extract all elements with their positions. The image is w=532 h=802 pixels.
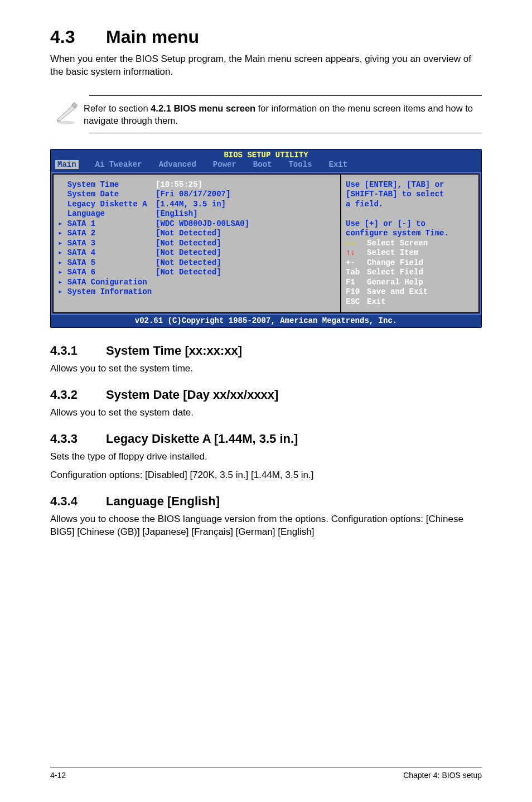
subsection-number: 4.3.1	[50, 344, 106, 358]
bios-row-label: System Date	[58, 190, 156, 200]
subsection-heading: 4.3.4Language [English]	[50, 494, 482, 509]
bios-row-label: Language	[58, 209, 156, 219]
bios-screenshot: BIOS SETUP UTILITY MainAi TweakerAdvance…	[50, 149, 482, 328]
bios-row-value: [English]	[156, 209, 336, 219]
section-number: 4.3	[50, 27, 106, 47]
bios-help-key: F1	[346, 278, 367, 288]
bios-row[interactable]: ▸ SATA 5[Not Detected]	[58, 258, 336, 268]
bios-help-key-desc: Exit	[367, 297, 386, 306]
subsection-heading: 4.3.2System Date [Day xx/xx/xxxx]	[50, 388, 482, 402]
bios-row-value: [WDC WD800JD-00LSA0]	[156, 219, 336, 229]
bios-help-key-desc: Select Screen	[367, 239, 428, 248]
bios-help-key-desc: Save and Exit	[367, 287, 428, 296]
subsection-title: Language [English]	[106, 494, 220, 508]
bios-row[interactable]: ▸ System Information	[58, 287, 336, 297]
subsection-heading: 4.3.1System Time [xx:xx:xx]	[50, 344, 482, 358]
intro-paragraph: When you enter the BIOS Setup program, t…	[50, 53, 482, 79]
subsection-text: Allows you to choose the BIOS language v…	[50, 513, 482, 539]
note-text: Refer to section 4.2.1 BIOS menu screen …	[84, 102, 482, 127]
bios-help-key: F10	[346, 287, 367, 297]
bios-row[interactable]: ▸ SATA 4[Not Detected]	[58, 248, 336, 258]
bios-row-label: ▸ SATA 5	[58, 258, 156, 268]
note-bold: 4.2.1 BIOS menu screen	[151, 103, 255, 113]
bios-help-key-row: F1General Help	[346, 278, 474, 288]
bios-title: BIOS SETUP UTILITY	[51, 149, 481, 161]
bios-row[interactable]: ▸ SATA Coniguration	[58, 278, 336, 288]
subsection-title: System Date [Day xx/xx/xxxx]	[106, 388, 278, 402]
bios-help-key-row: F10Save and Exit	[346, 287, 474, 297]
bios-row[interactable]: ▸ SATA 1[WDC WD800JD-00LSA0]	[58, 219, 336, 229]
bios-help-key: ESC	[346, 297, 367, 307]
bios-footer: v02.61 (C)Copyright 1985-2007, American …	[51, 315, 481, 327]
bios-row-value	[156, 287, 336, 297]
bios-row-label: ▸ SATA 4	[58, 248, 156, 258]
footer-left: 4-12	[50, 771, 66, 780]
subsection-text: Configuration options: [Disabled] [720K,…	[50, 469, 482, 482]
bios-row-value: [10:55:25]	[156, 180, 336, 190]
bios-help-key-desc: Select Field	[367, 268, 423, 277]
bios-help-key: +-	[346, 258, 367, 268]
subsection-text: Allows you to set the system time.	[50, 363, 482, 375]
subsection-title: System Time [xx:xx:xx]	[106, 344, 242, 357]
subsection-text: Sets the type of floppy drive installed.	[50, 451, 482, 463]
bios-row-label: System Time	[58, 180, 156, 190]
bios-row-label: ▸ SATA 1	[58, 219, 156, 229]
bios-menu-bar: MainAi TweakerAdvancedPowerBootToolsExit	[51, 160, 481, 172]
bios-row-value: [Not Detected]	[156, 268, 336, 278]
bios-menu-boot[interactable]: Boot	[253, 160, 272, 169]
bios-row-value: [Not Detected]	[156, 248, 336, 258]
bios-menu-power[interactable]: Power	[213, 160, 236, 169]
bios-row[interactable]: System Time[10:55:25]	[58, 180, 336, 190]
bios-help-line: Use [+] or [-] to	[346, 219, 474, 229]
bios-menu-main[interactable]: Main	[55, 160, 79, 169]
bios-menu-ai-tweaker[interactable]: Ai Tweaker	[95, 160, 142, 169]
bios-help-key-row: +-Change Field	[346, 258, 474, 268]
bios-help-line: [SHIFT-TAB] to select	[346, 190, 474, 200]
bios-row-value: [Not Detected]	[156, 258, 336, 268]
section-title: Main menu	[106, 27, 199, 47]
bios-help-line: a field.	[346, 200, 474, 210]
bios-row[interactable]: ▸ SATA 2[Not Detected]	[58, 229, 336, 239]
bios-row[interactable]: System Date[Fri 08/17/2007]	[58, 190, 336, 200]
note-block: Refer to section 4.2.1 BIOS menu screen …	[50, 90, 482, 139]
bios-row[interactable]: ▸ SATA 6[Not Detected]	[58, 268, 336, 278]
bios-help-line: configure system Time.	[346, 229, 474, 239]
bios-help-key: ←→	[346, 239, 367, 249]
bios-help-key: Tab	[346, 268, 367, 278]
bios-row-label: ▸ SATA Coniguration	[58, 278, 156, 288]
bios-menu-exit[interactable]: Exit	[328, 160, 347, 169]
bios-help-key-row: ESCExit	[346, 297, 474, 307]
bios-help-key-row: TabSelect Field	[346, 268, 474, 278]
note-divider-top	[89, 95, 482, 96]
bios-help-text: Use [ENTER], [TAB] or[SHIFT-TAB] to sele…	[346, 180, 474, 239]
bios-help-key-row: ←→Select Screen	[346, 239, 474, 249]
note-pre: Refer to section	[84, 103, 151, 113]
bios-help-keys: ←→Select Screen↑↓Select Item+-Change Fie…	[346, 239, 474, 307]
bios-help-key: ↑↓	[346, 248, 367, 258]
pencil-icon	[50, 102, 84, 127]
subsection-number: 4.3.2	[50, 388, 106, 402]
note-divider-bottom	[89, 133, 482, 133]
svg-point-0	[58, 121, 75, 124]
bios-row-label: ▸ SATA 3	[58, 239, 156, 249]
bios-row[interactable]: Legacy Diskette A[1.44M, 3.5 in]	[58, 200, 336, 210]
bios-help-key-desc: General Help	[367, 278, 423, 287]
bios-row-value	[156, 278, 336, 288]
bios-row[interactable]: Language[English]	[58, 209, 336, 219]
section-heading: 4.3Main menu	[50, 27, 482, 47]
bios-row-value: [Fri 08/17/2007]	[156, 190, 336, 200]
bios-row-label: ▸ System Information	[58, 287, 156, 297]
page-footer: 4-12 Chapter 4: BIOS setup	[50, 767, 482, 780]
bios-row-label: Legacy Diskette A	[58, 200, 156, 210]
subsection-number: 4.3.3	[50, 432, 106, 446]
bios-menu-advanced[interactable]: Advanced	[159, 160, 196, 169]
bios-menu-tools[interactable]: Tools	[288, 160, 312, 169]
bios-row-value: [Not Detected]	[156, 239, 336, 249]
bios-row[interactable]: ▸ SATA 3[Not Detected]	[58, 239, 336, 249]
bios-help-line: Use [ENTER], [TAB] or	[346, 180, 474, 190]
bios-row-value: [Not Detected]	[156, 229, 336, 239]
bios-left-pane: System Time[10:55:25] System Date[Fri 08…	[52, 173, 341, 314]
bios-help-line	[346, 209, 474, 219]
subsection-heading: 4.3.3Legacy Diskette A [1.44M, 3.5 in.]	[50, 432, 482, 446]
bios-row-label: ▸ SATA 2	[58, 229, 156, 239]
